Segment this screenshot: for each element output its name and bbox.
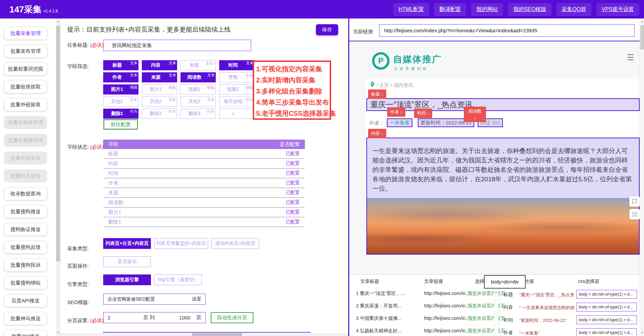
- field-cell-other2[interactable]: 其他2文本: [142, 97, 177, 107]
- save-button[interactable]: 保存: [316, 24, 338, 35]
- collect-type-list-paging-content[interactable]: 列表页+分页+内容页: [103, 238, 151, 249]
- preview-panel: 当前链接 P 自媒体推广 让世界看到你 ☰ / 主页 > 国内资讯 标题 ↓ 重…: [349, 18, 640, 336]
- css-selector-input[interactable]: body > div:nth-of-type(1) > d...: [576, 328, 637, 336]
- task-title-input[interactable]: [103, 40, 251, 51]
- nav-vps-dial-settings[interactable]: VPS拨号设置: [596, 3, 639, 16]
- goto-config-button[interactable]: 前往配置: [104, 119, 138, 129]
- nav-qq-group[interactable]: 采集QQ群: [556, 3, 592, 16]
- pagination-range-box[interactable]: 2 页 到 1000 页: [103, 312, 206, 323]
- sidebar-item-rank-monitor[interactable]: 批量排名监控: [4, 170, 47, 182]
- nav-html-config[interactable]: HTML配置: [393, 3, 430, 16]
- top-header: 147采集v1.4.1.6 HTML配置 翻译配置 我的网站 我的SEO模版 采…: [0, 0, 644, 18]
- qr-code-button[interactable]: [629, 209, 640, 220]
- field-cell-content[interactable]: 内容文本: [142, 60, 177, 70]
- scroll-up-icon[interactable]: ▲: [640, 19, 644, 24]
- field-cell-title[interactable]: 标题文本: [103, 60, 138, 70]
- nav-my-sites[interactable]: 我的网站: [471, 3, 503, 16]
- scrollbar-thumb[interactable]: [56, 26, 60, 261]
- sidebar-item-360-push[interactable]: 批量360推送: [4, 330, 47, 336]
- sidebar-item-backlink-trace[interactable]: 批量外链留痕: [4, 98, 47, 111]
- collect-type-incremental-monitor[interactable]: 列表页增量监控+内容页: [154, 238, 208, 249]
- field-cell-reads[interactable]: 阅读数文本: [180, 72, 216, 82]
- tag-reads[interactable]: 阅读数 ↓: [464, 107, 486, 122]
- css-selector-input[interactable]: body > div:nth-of-type(1) > d...: [576, 315, 637, 324]
- auto-generate-paging-button[interactable]: 自动生成分页: [211, 312, 253, 323]
- sidebar-item-media-manage[interactable]: 批量自媒体管理: [4, 116, 47, 129]
- selector-row-content: 内容" 一生是要来这场贾志刚的旅...body > div:nth-of-typ…: [501, 302, 640, 313]
- tag-author[interactable]: 作者 ↓: [387, 107, 405, 117]
- field-cell-likes[interactable]: 赞数文本: [219, 72, 254, 82]
- scrollbar-thumb[interactable]: [192, 333, 242, 336]
- qr-code-icon: [632, 212, 637, 217]
- sidebar-item-backlink-publish[interactable]: 批量外链发布: [4, 152, 47, 164]
- field-cell-add[interactable]: +: [219, 109, 254, 119]
- sidebar-item-keyword-mining[interactable]: 批量权重词挖掘: [4, 63, 47, 75]
- sidebar-item-sogou-verify-push[interactable]: 搜狗验证推送: [4, 223, 47, 236]
- scrollbar-thumb[interactable]: [640, 25, 644, 49]
- breadcrumb[interactable]: / 主页 > 国内资讯: [377, 82, 413, 88]
- author-highlight[interactable]: 一米集客: [387, 118, 412, 127]
- sidebar-item-shenma-push[interactable]: 批量神马推送: [4, 312, 47, 325]
- field-cell-delete1[interactable]: 删除1行为: [103, 109, 138, 119]
- collect-type-scroll-list[interactable]: 滚动列表页+内容页: [211, 238, 259, 249]
- pagination-from-input[interactable]: 2: [108, 315, 135, 321]
- sidebar-item-index-query[interactable]: 收录数据查询: [4, 187, 47, 200]
- field-cell-image2[interactable]: 图片2链接: [142, 84, 177, 95]
- chat-bubble-button[interactable]: [629, 196, 640, 207]
- preview-vertical-scrollbar[interactable]: ▲ ▼: [640, 18, 644, 336]
- css-selector-input[interactable]: body > div:nth-of-type(1) > d...: [576, 303, 637, 311]
- sidebar-item-sogou-push[interactable]: 批量搜狗推送: [4, 205, 47, 218]
- main-horizontal-scrollbar[interactable]: [61, 333, 348, 336]
- sidebar-item-batch-publish[interactable]: 批量发布管理: [4, 45, 47, 58]
- hamburger-menu-icon[interactable]: ☰: [627, 53, 634, 62]
- page-action-scroll-toggle[interactable]: 是否滚动: [103, 256, 151, 267]
- current-link-input[interactable]: [379, 24, 635, 37]
- engine-http[interactable]: http引擎（速度快）: [154, 274, 202, 285]
- field-cell-video1[interactable]: 视频1链接: [180, 84, 216, 95]
- field-cell-other3[interactable]: 其他3文本: [180, 97, 216, 107]
- field-cell-delete3[interactable]: 删除3行为: [180, 109, 216, 119]
- field-cell-image1[interactable]: 图片1链接: [103, 84, 138, 95]
- sidebar-item-sogou-complaint[interactable]: 批量搜狗投诉: [4, 259, 47, 271]
- sidebar-item-link-grab[interactable]: 批量链接抓取: [4, 80, 47, 93]
- tag-content[interactable]: 内容 ↓: [368, 129, 386, 138]
- seo-template-value: 企业官网装修SEO配置: [108, 296, 155, 302]
- article-row: 3 中国重庆第十届佛...http://feijiseo.com/in...预览…: [349, 313, 500, 324]
- engine-browser[interactable]: 浏览器引擎: [103, 274, 151, 285]
- seo-template-label: SEO模版:: [67, 299, 89, 306]
- field-cell-source[interactable]: 来源文本: [142, 72, 177, 82]
- field-cell-expand-button[interactable]: 展开按钮行为: [219, 97, 254, 107]
- main-vertical-scrollbar[interactable]: ▲ ▼: [56, 18, 61, 336]
- article-table-scrollbar[interactable]: ▲ ▼: [494, 289, 498, 336]
- sidebar-item-sogou-bind[interactable]: 批量搜狗绑站: [4, 276, 47, 289]
- scroll-up-icon[interactable]: ▲: [494, 290, 498, 295]
- scroll-down-icon[interactable]: ▼: [640, 331, 644, 335]
- nav-translate-config[interactable]: 翻译配置: [434, 3, 466, 16]
- field-cell-time[interactable]: 时间文本: [219, 60, 254, 70]
- sidebar-item-batch-collect[interactable]: 批量采集管理: [4, 27, 47, 40]
- field-cell-other1[interactable]: 其他1文本: [103, 97, 138, 107]
- tag-title[interactable]: 标题 ↓: [368, 89, 386, 99]
- tag-time[interactable]: 时间 ↓: [414, 109, 432, 118]
- css-selector-input[interactable]: body > div:nth-of-type(1) > d...: [576, 290, 637, 299]
- sidebar-item-baidu-api-push[interactable]: 百度API推送: [4, 294, 47, 307]
- annotation-line: 2.实时新增内容采集: [256, 75, 328, 86]
- seo-template-select[interactable]: 企业官网装修SEO配置 设置: [103, 294, 206, 305]
- sidebar-item-sogou-feedback[interactable]: 批量搜狗反馈: [4, 241, 47, 254]
- nav-my-seo-templates[interactable]: 我的SEO模版: [508, 3, 552, 16]
- article-content-highlight[interactable]: 一生是要来这场贾志刚的旅途。关于出去旅途，你种叠想到的会是去哪旅途呢？大部分人可…: [366, 138, 640, 255]
- scroll-down-icon[interactable]: ▼: [56, 331, 61, 335]
- site-logo-text: 自媒体推广: [393, 53, 442, 65]
- scroll-up-icon[interactable]: ▲: [56, 19, 61, 24]
- field-cell-author[interactable]: 作者文本: [103, 72, 138, 82]
- site-slogan: 让世界看到你: [394, 66, 428, 71]
- sidebar-item-short-video[interactable]: 批量短视频管理: [4, 134, 47, 147]
- pagination-to-input[interactable]: 1000: [163, 315, 196, 321]
- seo-template-settings-button[interactable]: 设置: [192, 296, 201, 302]
- field-cell-video2[interactable]: 视频2链接: [219, 84, 254, 95]
- article-title-highlight[interactable]: 重庆一“顶流”景区，_热点资讯: [366, 98, 640, 111]
- field-cell-delete2[interactable]: 删除2行为: [142, 109, 177, 119]
- preview-webpage: P 自媒体推广 让世界看到你 ☰ / 主页 > 国内资讯 标题 ↓ 重庆一“顶流…: [349, 41, 640, 336]
- top-nav: HTML配置 翻译配置 我的网站 我的SEO模版 采集QQ群 VPS拨号设置: [393, 3, 639, 16]
- field-cell-tags[interactable]: 标签多文本: [180, 60, 216, 70]
